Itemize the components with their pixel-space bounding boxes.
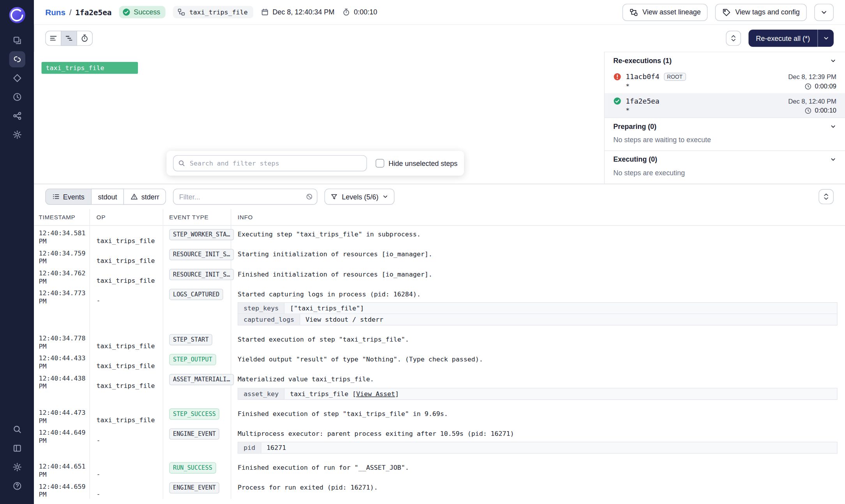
executing-section-header[interactable]: Executing (0) — [605, 150, 845, 167]
reexecution-list: 11acb0f4ROOTDec 8, 12:39 PM *0:00:09 1fa… — [605, 69, 845, 117]
sidebar — [0, 0, 34, 504]
schedule-clock-icon — [12, 92, 22, 102]
gantt-chart[interactable]: taxi_trips_file Hide unselected steps — [34, 52, 604, 184]
run-id[interactable]: 1fa2e5ea — [626, 97, 660, 105]
event-type-badge[interactable]: RUN_SUCCESS — [169, 462, 216, 474]
breadcrumb: Runs / 1fa2e5ea — [45, 7, 111, 17]
event-log-row[interactable]: 12:40:44.649 PM - ENGINE_EVENT Multiproc… — [34, 425, 845, 459]
event-log-row[interactable]: 12:40:44.473 PM taxi_trips_file STEP_SUC… — [34, 405, 845, 425]
run-duration-label: 0:00:10 — [354, 8, 377, 16]
sidebar-item-search[interactable] — [9, 421, 25, 437]
event-log-row[interactable]: 12:40:34.759 PM taxi_trips_file RESOURCE… — [34, 246, 845, 266]
gantt-step-bar[interactable]: taxi_trips_file — [42, 62, 138, 74]
tab-stdout[interactable]: stdout — [91, 189, 124, 204]
event-info: Finished execution of run for "__ASSET_J… — [231, 459, 845, 479]
header-more-actions-button[interactable] — [814, 4, 834, 21]
metadata-key: captured_logs — [238, 314, 300, 325]
gantt-flat-view-button[interactable] — [45, 31, 61, 46]
event-log-row[interactable]: 12:40:44.438 PM taxi_trips_file ASSET_MA… — [34, 371, 845, 405]
gantt-filter-bar: Hide unselected steps — [166, 151, 464, 176]
event-type-badge[interactable]: RESOURCE_INIT_S… — [169, 249, 234, 260]
gantt-waterfall-view-button[interactable] — [61, 31, 77, 46]
job-tag[interactable]: taxi_trips_file — [173, 6, 253, 18]
event-type-cell: STEP_SUCCESS — [163, 405, 231, 425]
tab-stderr[interactable]: stderr — [123, 189, 166, 204]
chevron-down-icon — [830, 57, 836, 64]
event-info: Materialized value taxi_trips_file. asse… — [231, 371, 845, 405]
event-type-badge[interactable]: ENGINE_EVENT — [169, 428, 219, 439]
event-type-badge[interactable]: STEP_OUTPUT — [169, 354, 216, 365]
gantt-timing-view-button[interactable] — [76, 31, 92, 46]
event-op: taxi_trips_file — [90, 331, 163, 351]
view-asset-link[interactable]: View Asset — [356, 390, 395, 397]
hide-unselected-steps[interactable]: Hide unselected steps — [376, 159, 457, 167]
run-id[interactable]: 11acb0f4 — [626, 73, 660, 81]
view-asset-lineage-button[interactable]: View asset lineage — [623, 4, 708, 21]
event-type-badge[interactable]: LOGS_CAPTURED — [169, 289, 223, 300]
breadcrumb-runs-link[interactable]: Runs — [45, 7, 65, 17]
event-op: - — [90, 285, 163, 331]
reexecute-all-button[interactable]: Re-execute all (*) — [748, 30, 818, 47]
reexecution-row[interactable]: 1fa2e5eaDec 8, 12:40 PM *0:00:10 — [605, 93, 845, 117]
log-filter-input[interactable] — [173, 189, 318, 204]
event-op: taxi_trips_file — [90, 405, 163, 425]
view-asset-lineage-label: View asset lineage — [642, 8, 701, 16]
event-timestamp: 12:40:44.438 PM — [34, 371, 90, 405]
event-log-row[interactable]: 12:40:34.773 PM - LOGS_CAPTURED Started … — [34, 285, 845, 331]
levels-dropdown[interactable]: Levels (5/6) — [325, 189, 395, 204]
sidebar-item-schedules[interactable] — [9, 89, 25, 105]
sidebar-item-lineage[interactable] — [9, 108, 25, 124]
event-type-badge[interactable]: RESOURCE_INIT_S… — [169, 269, 234, 280]
event-log-row[interactable]: 12:40:34.581 PM taxi_trips_file STEP_WOR… — [34, 226, 845, 246]
sidebar-item-assets[interactable] — [9, 70, 25, 86]
success-check-icon — [613, 97, 621, 105]
event-op: - — [90, 425, 163, 459]
event-log-row[interactable]: 12:40:44.433 PM taxi_trips_file STEP_OUT… — [34, 351, 845, 371]
event-timestamp: 12:40:44.659 PM — [34, 479, 90, 499]
chevron-down-icon — [820, 8, 827, 16]
lineage-graph-icon — [12, 111, 22, 121]
event-table-header: TIMESTAMP OP EVENT TYPE INFO — [34, 209, 845, 226]
root-tag: ROOT — [664, 73, 686, 81]
preparing-section-header[interactable]: Preparing (0) — [605, 118, 845, 135]
event-type-badge[interactable]: STEP_START — [169, 334, 212, 345]
tab-events[interactable]: Events — [45, 189, 92, 204]
clear-filter-icon[interactable] — [306, 193, 313, 200]
event-type-badge[interactable]: ENGINE_EVENT — [169, 482, 219, 493]
expand-log-button[interactable] — [819, 189, 834, 204]
expand-gantt-button[interactable] — [726, 31, 741, 46]
reexecution-row[interactable]: 11acb0f4ROOTDec 8, 12:39 PM *0:00:09 — [605, 69, 845, 93]
view-tags-config-button[interactable]: View tags and config — [715, 4, 807, 21]
sidebar-item-help[interactable] — [9, 478, 25, 494]
event-timestamp: 12:40:44.649 PM — [34, 425, 90, 459]
sidebar-item-integrations[interactable] — [9, 440, 25, 456]
event-log-row[interactable]: 12:40:44.659 PM - ENGINE_EVENT Process f… — [34, 479, 845, 499]
sidebar-item-settings[interactable] — [9, 459, 25, 475]
event-log-row[interactable]: 12:40:34.778 PM taxi_trips_file STEP_STA… — [34, 331, 845, 351]
hide-unselected-checkbox[interactable] — [376, 159, 384, 167]
run-header: Runs / 1fa2e5ea Success taxi_trips_file … — [34, 0, 845, 25]
view-stdout-stderr-link[interactable]: View stdout / stderr — [305, 316, 383, 323]
sidebar-item-deployment[interactable] — [9, 127, 25, 143]
sidebar-item-overview[interactable] — [9, 32, 25, 48]
event-timestamp: 12:40:44.433 PM — [34, 351, 90, 371]
event-type-badge[interactable]: STEP_SUCCESS — [169, 408, 219, 419]
event-log-row[interactable]: 12:40:44.651 PM - RUN_SUCCESS Finished e… — [34, 459, 845, 479]
run-step-indicator: * — [626, 83, 630, 90]
reexecute-options-button[interactable] — [817, 30, 833, 47]
metadata-key: asset_key — [238, 388, 284, 399]
metadata-value: View stdout / stderr — [300, 314, 837, 325]
event-type-cell: RESOURCE_INIT_S… — [163, 246, 231, 266]
event-type-cell: RUN_SUCCESS — [163, 459, 231, 479]
step-search-input[interactable] — [173, 155, 367, 171]
sidebar-item-runs[interactable] — [9, 51, 25, 67]
run-status-panel: Re-executions (1) 11acb0f4ROOTDec 8, 12:… — [604, 52, 845, 184]
run-step-indicator: * — [626, 107, 630, 114]
dagster-logo[interactable] — [8, 7, 25, 24]
event-type-badge[interactable]: ASSET_MATERIALI… — [169, 374, 234, 386]
event-log-panel: Events stdout stderr Levels (5/6) TIMEST… — [34, 184, 845, 504]
event-type-cell: RESOURCE_INIT_S… — [163, 266, 231, 285]
event-type-badge[interactable]: STEP_WORKER_STA… — [169, 229, 234, 240]
reexecutions-section-header[interactable]: Re-executions (1) — [605, 52, 845, 69]
event-log-row[interactable]: 12:40:34.762 PM taxi_trips_file RESOURCE… — [34, 266, 845, 285]
